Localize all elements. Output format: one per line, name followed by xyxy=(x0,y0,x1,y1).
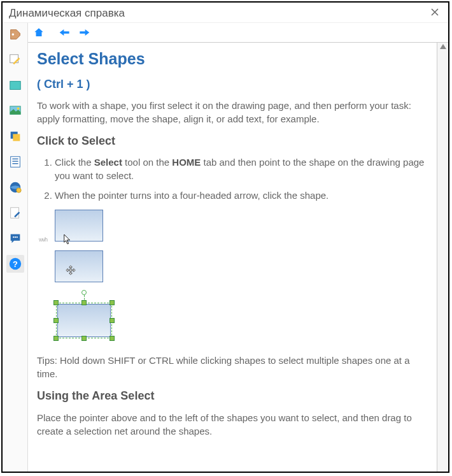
sidebar-chat[interactable] xyxy=(6,229,24,247)
scroll-up-icon xyxy=(440,44,446,49)
section-area-body: Place the pointer above and to the left … xyxy=(37,411,428,438)
topic-shortcut: ( Ctrl + 1 ) xyxy=(37,76,428,92)
arrow-right-icon xyxy=(78,27,90,38)
tips-text: Tips: Hold down SHIFT or CTRL while clic… xyxy=(37,354,428,380)
handle-bm xyxy=(81,336,87,341)
window-title: Динамическая справка xyxy=(9,7,125,20)
home-button[interactable] xyxy=(32,25,46,40)
globe-icon xyxy=(8,180,22,194)
handle-bl xyxy=(53,336,59,341)
content-wrap: Select Shapes ( Ctrl + 1 ) To work with … xyxy=(28,23,448,472)
content-scroll: Select Shapes ( Ctrl + 1 ) To work with … xyxy=(28,43,448,472)
chat-icon xyxy=(8,231,22,245)
handle-tr xyxy=(109,300,115,305)
svg-rect-6 xyxy=(13,134,20,141)
svg-point-15 xyxy=(14,236,15,238)
section-click-title: Click to Select xyxy=(37,133,428,149)
image-icon xyxy=(8,104,22,118)
help-icon: ? xyxy=(8,257,22,271)
tag-icon xyxy=(8,27,22,41)
close-button[interactable] xyxy=(428,6,442,20)
shape-icon xyxy=(8,78,22,92)
handle-br xyxy=(109,336,115,341)
handle-mr xyxy=(109,318,115,323)
step1-pre: Click the xyxy=(55,157,94,168)
cursor-arrow-icon xyxy=(63,233,72,245)
back-button[interactable] xyxy=(57,26,73,39)
demo-rect-1: wvh xyxy=(55,210,103,242)
svg-rect-2 xyxy=(10,82,20,90)
help-panel: Динамическая справка ? xyxy=(1,1,449,473)
sidebar-tag[interactable] xyxy=(6,25,24,43)
demo-move xyxy=(55,250,428,282)
selection-border xyxy=(56,303,112,338)
svg-point-16 xyxy=(16,236,17,238)
rotation-handle xyxy=(81,290,87,295)
steps-list: Click the Select tool on the HOME tab an… xyxy=(37,155,428,202)
svg-point-4 xyxy=(17,108,19,110)
titlebar: Динамическая справка xyxy=(3,3,448,23)
cursor-trail: wvh xyxy=(39,236,47,244)
handle-ml xyxy=(53,318,59,323)
handle-tl xyxy=(53,300,59,305)
sidebar-list[interactable] xyxy=(6,153,24,171)
sidebar-shape[interactable] xyxy=(6,76,24,94)
step1-b1: Select xyxy=(94,157,122,168)
edit-icon xyxy=(8,53,22,67)
step1-mid: tool on the xyxy=(122,157,172,168)
panel-body: ? Select Shapes ( Ctrl + 1 ) To work wit… xyxy=(3,23,448,472)
step-1: Click the Select tool on the HOME tab an… xyxy=(55,155,428,182)
demo-hover: wvh xyxy=(55,210,428,242)
sidebar-globe[interactable] xyxy=(6,178,24,196)
home-icon xyxy=(33,27,45,38)
demo-rect-2 xyxy=(55,250,103,282)
help-content: Select Shapes ( Ctrl + 1 ) To work with … xyxy=(28,43,437,472)
topic-title: Select Shapes xyxy=(37,48,428,70)
layers-icon xyxy=(8,129,22,143)
topic-intro: To work with a shape, you first select i… xyxy=(37,99,428,126)
sidebar-image[interactable] xyxy=(6,102,24,120)
handle-tm xyxy=(81,300,87,305)
list-icon xyxy=(8,155,22,169)
help-toolbar xyxy=(28,23,448,43)
sidebar-edit[interactable] xyxy=(6,51,24,69)
svg-point-0 xyxy=(11,33,14,36)
close-icon xyxy=(430,8,439,17)
scrollbar[interactable] xyxy=(437,43,448,472)
arrow-left-icon xyxy=(59,27,71,38)
forward-button[interactable] xyxy=(76,26,92,39)
svg-rect-7 xyxy=(10,157,20,168)
cursor-move-icon xyxy=(66,265,76,275)
section-area-title: Using the Area Select xyxy=(37,388,428,404)
svg-point-12 xyxy=(16,188,20,192)
page-edit-icon xyxy=(8,206,22,220)
demo-selected xyxy=(55,291,116,345)
sidebar-page-edit[interactable] xyxy=(6,204,24,222)
svg-point-14 xyxy=(13,236,14,238)
step-2: When the pointer turns into a four-heade… xyxy=(55,189,428,202)
step1-b2: HOME xyxy=(172,157,201,168)
sidebar-help[interactable]: ? xyxy=(6,255,24,273)
sidebar-layers[interactable] xyxy=(6,127,24,145)
sidebar: ? xyxy=(3,23,28,472)
svg-text:?: ? xyxy=(13,259,18,269)
